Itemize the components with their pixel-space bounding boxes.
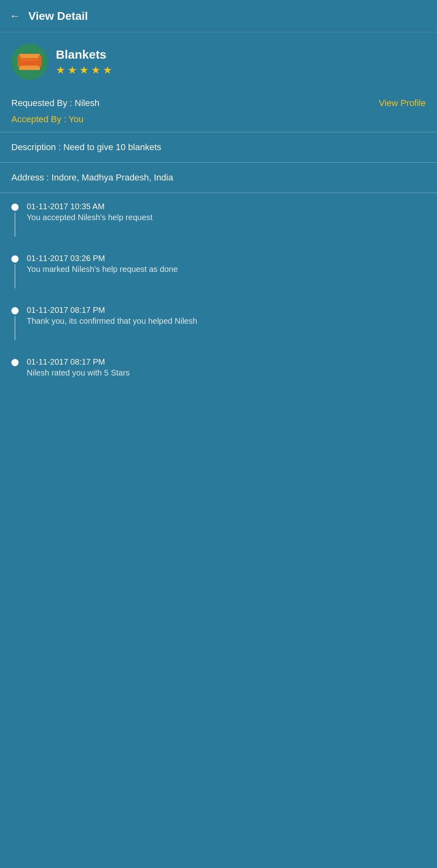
back-button[interactable]: ← xyxy=(10,10,20,22)
timeline-content-1: 01-11-2017 03:26 PM You marked Nilesh's … xyxy=(27,254,426,274)
timeline-line-0 xyxy=(15,212,15,237)
timeline-content-3: 01-11-2017 08:17 PM Nilesh rated you wit… xyxy=(27,357,426,378)
timeline-content-2: 01-11-2017 08:17 PM Thank you, its confi… xyxy=(27,306,426,326)
timeline-item: 01-11-2017 03:26 PM You marked Nilesh's … xyxy=(11,254,426,306)
timeline-date-0: 01-11-2017 10:35 AM xyxy=(27,202,426,211)
timeline-left-0 xyxy=(11,202,19,237)
timeline-desc-0: You accepted Nilesh's help request xyxy=(27,213,426,222)
description-text: Description : Need to give 10 blankets xyxy=(11,142,161,152)
profile-section: Blankets ★ ★ ★ ★ ★ xyxy=(0,32,437,94)
timeline-dot-2 xyxy=(11,307,19,314)
star-3: ★ xyxy=(79,64,89,76)
svg-rect-7 xyxy=(17,55,21,67)
timeline-date-3: 01-11-2017 08:17 PM xyxy=(27,357,426,367)
accepted-by-label: Accepted By : You xyxy=(0,112,437,129)
timeline-line-1 xyxy=(15,264,15,289)
timeline-date-2: 01-11-2017 08:17 PM xyxy=(27,306,426,315)
timeline-left-2 xyxy=(11,306,19,340)
profile-name: Blankets xyxy=(56,48,112,62)
timeline-desc-3: Nilesh rated you with 5 Stars xyxy=(27,368,426,378)
address-text: Address : Indore, Madhya Pradesh, India xyxy=(11,172,173,183)
timeline-date-1: 01-11-2017 03:26 PM xyxy=(27,254,426,263)
star-1: ★ xyxy=(56,64,65,76)
requested-by-label: Requested By : Nilesh xyxy=(11,98,100,108)
blanket-icon xyxy=(16,48,43,76)
timeline-item: 01-11-2017 08:17 PM Nilesh rated you wit… xyxy=(11,357,426,386)
timeline-left-1 xyxy=(11,254,19,289)
timeline-desc-2: Thank you, its confirmed that you helped… xyxy=(27,316,426,326)
star-5: ★ xyxy=(103,64,112,76)
svg-rect-3 xyxy=(19,66,40,70)
svg-rect-6 xyxy=(38,55,42,67)
divider-2 xyxy=(0,162,437,163)
timeline-left-3 xyxy=(11,357,19,366)
timeline-line-2 xyxy=(15,316,15,340)
avatar xyxy=(11,44,48,80)
timeline-content-0: 01-11-2017 10:35 AM You accepted Nilesh'… xyxy=(27,202,426,222)
timeline-dot-1 xyxy=(11,255,19,263)
profile-top: Blankets ★ ★ ★ ★ ★ xyxy=(11,44,426,80)
app-header: ← View Detail xyxy=(0,0,437,32)
star-2: ★ xyxy=(68,64,77,76)
timeline-dot-0 xyxy=(11,204,19,211)
timeline-item: 01-11-2017 08:17 PM Thank you, its confi… xyxy=(11,306,426,357)
divider-1 xyxy=(0,132,437,132)
timeline-desc-1: You marked Nilesh's help request as done xyxy=(27,265,426,274)
description-row: Description : Need to give 10 blankets xyxy=(0,135,437,160)
timeline: 01-11-2017 10:35 AM You accepted Nilesh'… xyxy=(0,195,437,392)
profile-info: Blankets ★ ★ ★ ★ ★ xyxy=(56,48,112,76)
address-row: Address : Indore, Madhya Pradesh, India xyxy=(0,165,437,190)
page-title: View Detail xyxy=(28,10,88,23)
view-profile-button[interactable]: View Profile xyxy=(379,98,426,108)
svg-rect-1 xyxy=(19,54,40,59)
divider-3 xyxy=(0,193,437,193)
timeline-item: 01-11-2017 10:35 AM You accepted Nilesh'… xyxy=(11,202,426,254)
star-rating: ★ ★ ★ ★ ★ xyxy=(56,64,112,76)
timeline-dot-3 xyxy=(11,359,19,366)
star-4: ★ xyxy=(91,64,100,76)
requested-by-row: Requested By : Nilesh View Profile xyxy=(0,94,437,112)
svg-rect-2 xyxy=(19,60,40,64)
